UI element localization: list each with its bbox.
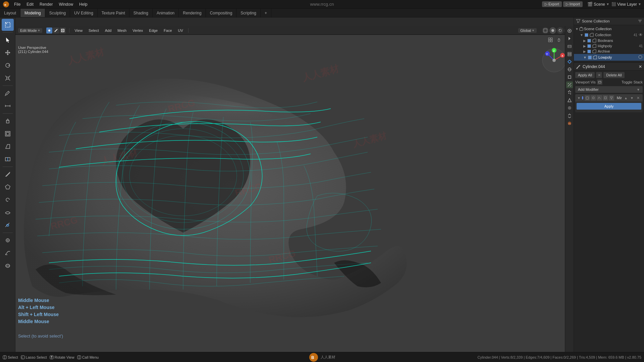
- mod-filter-icon[interactable]: [609, 95, 614, 101]
- apply-modifier-button[interactable]: Apply: [577, 103, 641, 110]
- import-btn[interactable]: ▷ Import: [563, 1, 583, 7]
- tool-loop-cut[interactable]: [2, 153, 14, 165]
- tool-scale[interactable]: [2, 72, 14, 84]
- properties-scene-icon[interactable]: [566, 27, 573, 34]
- tool-move[interactable]: [2, 47, 14, 59]
- collection-item-collection[interactable]: ▼ Collection 41 👁: [574, 32, 644, 38]
- viewport[interactable]: Edit Mode ▼ View Select Add Mesh Vertex …: [15, 26, 574, 352]
- edge-select-icon[interactable]: [53, 27, 59, 34]
- tab-uv-editing[interactable]: UV Editing: [70, 9, 98, 17]
- tab-sculpting[interactable]: Sculpting: [45, 9, 70, 17]
- tool-to-sphere[interactable]: [2, 260, 14, 272]
- solid-icon[interactable]: [549, 27, 556, 34]
- collection-checkbox[interactable]: [585, 33, 588, 37]
- mesh-menu[interactable]: Mesh: [116, 28, 128, 33]
- hand-icon[interactable]: [555, 36, 562, 44]
- tool-edge-slide[interactable]: [2, 219, 14, 231]
- menu-file[interactable]: File: [11, 1, 23, 7]
- properties-physics-icon[interactable]: [566, 97, 573, 104]
- collection-item-highpoly[interactable]: ▶ Highpoly 41: [574, 43, 644, 49]
- properties-render-icon[interactable]: [566, 35, 573, 42]
- modifier-up-icon[interactable]: ▲: [623, 95, 629, 101]
- grid-icon[interactable]: [547, 36, 554, 44]
- view-menu[interactable]: View: [73, 28, 84, 33]
- tool-select[interactable]: [2, 19, 14, 31]
- close-apply-icon[interactable]: ✕: [596, 72, 602, 78]
- tool-spin[interactable]: [2, 194, 14, 206]
- tab-texture-paint[interactable]: Texture Paint: [98, 9, 129, 17]
- navigation-gizmo[interactable]: X Y Z: [541, 47, 568, 74]
- menu-window[interactable]: Window: [56, 1, 76, 7]
- tab-shading[interactable]: Shading: [129, 9, 153, 17]
- tab-animation[interactable]: Animation: [153, 9, 179, 17]
- lowpoly-checkbox[interactable]: [588, 56, 592, 59]
- mode-selector[interactable]: Edit Mode ▼: [18, 28, 42, 33]
- tool-extrude[interactable]: [2, 115, 14, 127]
- filter-icon2[interactable]: [638, 19, 642, 23]
- export-btn[interactable]: ▷ Export: [542, 1, 562, 7]
- properties-constraints-icon[interactable]: [566, 105, 573, 111]
- face-select-icon[interactable]: [60, 27, 66, 34]
- modifier-close-icon[interactable]: ✕: [639, 64, 642, 69]
- archive-checkbox[interactable]: [587, 50, 591, 53]
- transform-space[interactable]: Global ▼: [518, 28, 537, 33]
- view-layer-selector[interactable]: ⬛ View Layer ▼: [611, 2, 641, 7]
- tool-bevel[interactable]: [2, 140, 14, 153]
- tab-rendering[interactable]: Rendering: [179, 9, 206, 17]
- scene-collection-root[interactable]: ▼ Scene Collection: [574, 26, 644, 32]
- tab-add[interactable]: +: [261, 9, 271, 17]
- properties-data-icon[interactable]: [566, 112, 573, 119]
- tab-layout[interactable]: Layout: [0, 9, 20, 17]
- select-menu[interactable]: Select: [87, 28, 101, 33]
- toggle-stack-btn[interactable]: Toggle Stack: [622, 80, 643, 84]
- tool-shear[interactable]: [2, 247, 14, 259]
- properties-world-icon[interactable]: [566, 66, 573, 73]
- blender-logo[interactable]: B: [3, 1, 9, 8]
- properties-scene2-icon[interactable]: [566, 58, 573, 65]
- tab-modeling[interactable]: Modeling: [20, 9, 45, 17]
- apply-all-button[interactable]: Apply All: [575, 72, 595, 78]
- collection-item-lowpoly[interactable]: ▼ Lowpoly: [574, 54, 644, 61]
- face-menu[interactable]: Face: [162, 28, 173, 33]
- tool-knife[interactable]: [2, 168, 14, 180]
- mod-render-icon[interactable]: [591, 95, 596, 101]
- edge-menu[interactable]: Edge: [147, 28, 159, 33]
- tool-annotate[interactable]: [2, 87, 14, 99]
- properties-object-icon[interactable]: [566, 74, 573, 80]
- properties-modifier-icon[interactable]: [566, 81, 573, 88]
- vertex-select-icon[interactable]: [46, 27, 52, 34]
- lasso-select-status[interactable]: C Lasso Select: [21, 355, 47, 359]
- menu-help[interactable]: Help: [76, 1, 90, 7]
- collection-vis-icon[interactable]: 👁: [639, 33, 643, 37]
- tool-smooth[interactable]: [2, 206, 14, 219]
- tool-shrink-flatten[interactable]: [2, 234, 14, 246]
- modifier-expand-icon[interactable]: ▼: [577, 96, 581, 100]
- material-preview-icon[interactable]: [557, 27, 564, 34]
- tab-scripting[interactable]: Scripting: [236, 9, 261, 17]
- menu-edit[interactable]: Edit: [24, 1, 36, 7]
- mesh-container[interactable]: X Y Z User Perspective (211) Cylinder.04…: [15, 35, 574, 352]
- mod-edit-icon[interactable]: [597, 95, 602, 101]
- tool-rotate[interactable]: [2, 59, 14, 71]
- properties-material-icon[interactable]: [566, 120, 573, 127]
- wireframe-icon[interactable]: [542, 27, 549, 34]
- viewport-vis-icon[interactable]: [597, 79, 602, 85]
- add-menu[interactable]: Add: [103, 28, 113, 33]
- delete-all-button[interactable]: Delete All: [603, 72, 624, 78]
- uv-menu[interactable]: UV: [176, 28, 185, 33]
- tool-cursor[interactable]: [2, 34, 14, 46]
- tab-compositing[interactable]: Compositing: [206, 9, 237, 17]
- call-menu-status[interactable]: Call Menu: [77, 355, 99, 359]
- scene-selector[interactable]: 🎬 Scene ▼: [587, 2, 609, 7]
- modifier-down-icon[interactable]: ▼: [629, 95, 635, 101]
- tool-poly-build[interactable]: [2, 181, 14, 193]
- mod-cage-icon[interactable]: [603, 95, 608, 101]
- viewport-vis-btn[interactable]: Viewport Vis: [575, 80, 596, 84]
- modifier-delete-icon[interactable]: ✕: [635, 95, 641, 101]
- rotate-view-status[interactable]: Rotate View: [50, 355, 74, 359]
- select-status[interactable]: Select: [3, 355, 18, 359]
- properties-output-icon[interactable]: [566, 43, 573, 50]
- tool-inset[interactable]: [2, 128, 14, 140]
- mod-camera-icon[interactable]: [585, 95, 590, 101]
- collection-item-archive[interactable]: ▶ Archive: [574, 49, 644, 54]
